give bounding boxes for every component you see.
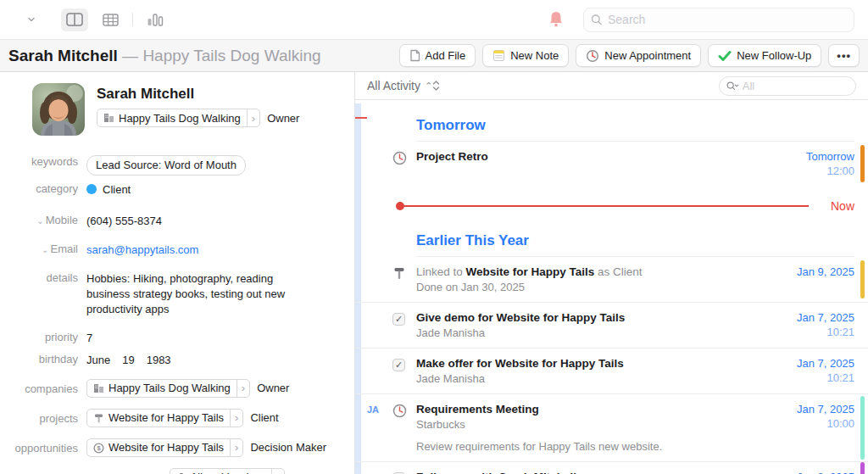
new-note-button[interactable]: New Note [482,44,569,67]
global-search-box[interactable] [583,8,854,32]
activity-date: Jan 7, 2025 [797,310,854,325]
activity-row-give-demo[interactable]: ✓ Give demo for Website for Happy Tails … [355,302,868,348]
activity-row-requirements-meeting[interactable]: JA Requirements Meeting Starbucks Review… [355,393,868,461]
task-checkbox[interactable]: ✓ [392,313,405,326]
project-chip[interactable]: Website for Happy Tails › [86,409,243,427]
chevron-right-icon[interactable]: › [271,469,284,474]
activity-timeline: Tomorrow Project Retro Tomorrow 12:00 [355,100,868,474]
email-value[interactable]: sarah@happytails.com [86,243,198,256]
global-search-input[interactable] [608,13,847,26]
activity-title: Make offer for Website for Happy Tails [416,356,788,371]
category-label: category [0,180,86,195]
activity-search-input[interactable] [743,80,849,92]
priority-label: priority [0,328,86,343]
file-icon [409,49,420,62]
activity-time: 10:21 [797,371,854,385]
chevron-right-icon[interactable]: › [230,439,242,456]
search-icon [591,14,603,26]
details-field: details Hobbies: Hiking, photography, re… [0,269,354,317]
up-down-chevron-icon: ⌃ [425,81,431,92]
record-actions: Add File New Note New Appointment New Fo… [399,44,860,67]
activity-title: Project Retro [416,149,798,164]
chart-view-button[interactable] [142,8,169,31]
section-header-tomorrow: Tomorrow [416,117,854,142]
activity-search-box[interactable] [719,76,856,96]
email-field: ⌄Email sarah@happytails.com [0,240,354,258]
projects-label: projects [0,409,86,425]
opportunities-field: opportunities $ Website for Happy Tails … [0,438,354,457]
activity-header: All Activity ⌃ [355,72,868,100]
activity-row-follow-up[interactable]: ✓ Follow up with Sarah Mitchell Jade Man… [355,461,868,474]
activity-date: Jan 9, 2025 [797,265,854,279]
chevron-right-icon[interactable]: › [230,410,242,427]
activity-filter-dropdown[interactable]: All Activity ⌃ [367,79,440,92]
table-view-button[interactable] [97,8,124,31]
new-follow-up-button[interactable]: New Follow-Up [708,44,821,67]
notification-bell-icon[interactable] [548,10,565,29]
person-chip[interactable]: Allura Vaughan › [170,468,285,474]
people-relation: was referred by [86,469,163,474]
sort-chevrons-icon [432,80,440,92]
project-hammer-icon [93,413,104,424]
company-chip[interactable]: Happy Tails Dog Walking › [97,109,260,127]
now-dot [396,202,404,210]
record-title-bar: Sarah Mitchell — Happy Tails Dog Walking… [0,40,868,72]
linked-project-name[interactable]: Website for Happy Tails [466,265,595,278]
now-marker: Now [396,200,854,212]
chevron-right-icon[interactable]: › [247,109,259,126]
mobile-label: Mobile [46,214,78,226]
contact-name: Sarah Mitchell [97,86,299,103]
activity-panel: All Activity ⌃ Tomorrow [355,72,868,474]
chevron-down-icon[interactable]: ⌄ [42,245,48,254]
project-hammer-icon [392,266,406,283]
companies-chip[interactable]: Happy Tails Dog Walking › [86,379,250,398]
green-check-icon [718,50,732,62]
opportunities-role: Decision Maker [250,440,326,455]
now-label: Now [831,199,854,213]
window-chevron-down-icon[interactable] [25,14,37,25]
new-appointment-button[interactable]: New Appointment [576,44,701,67]
crm-app-window: Sarah Mitchell — Happy Tails Dog Walking… [0,0,868,474]
opportunity-dollar-icon: $ [93,443,104,454]
activity-location: Starbucks [416,417,788,432]
task-checkbox[interactable]: ✓ [392,359,405,371]
more-actions-button[interactable]: ••• [828,44,860,67]
record-name: Sarah Mitchell [8,47,118,64]
split-view-button[interactable] [61,8,88,31]
attendee-initials: JA [367,404,379,415]
companies-field: companies Happy Tails Dog Walking › Owne… [0,379,354,398]
keyword-tag[interactable]: Lead Source: Word of Mouth [86,155,246,176]
activity-title: Requirements Meeting [416,402,788,416]
chart-view-icon [147,14,164,26]
birthday-month: June [86,354,110,366]
activity-row-project-retro[interactable]: Project Retro Tomorrow 12:00 [355,142,868,186]
split-view-icon [66,13,83,26]
timeline-now-tick [355,117,367,119]
calendar-color-bar [860,260,865,298]
add-file-button[interactable]: Add File [399,44,476,67]
contact-fields: keywords Lead Source: Word of Mouth cate… [0,153,354,474]
chevron-down-icon[interactable]: ⌄ [36,216,43,226]
activity-date: Jan 7, 2025 [797,402,854,416]
avatar[interactable] [32,83,85,136]
top-toolbar [0,0,868,40]
calendar-color-bar [860,396,865,460]
opportunity-chip[interactable]: $ Website for Happy Tails › [86,438,243,457]
company-icon [103,113,114,123]
activity-row-make-offer[interactable]: ✓ Make offer for Website for Happy Tails… [355,348,868,393]
priority-value: 7 [86,328,354,346]
companies-role: Owner [257,381,289,396]
activity-date: Jan 7, 2025 [797,356,854,371]
category-field: category Client [0,180,354,198]
chevron-right-icon[interactable]: › [236,380,249,397]
view-switcher [61,8,169,31]
note-icon [492,49,505,62]
mobile-value[interactable]: (604) 555-8374 [86,211,354,229]
email-label: Email [50,243,78,255]
activity-row-linked-project[interactable]: Linked to Website for Happy Tails as Cli… [355,257,868,302]
details-label: details [0,269,86,284]
activity-title: Follow up with Sarah Mitchell [416,470,788,474]
company-role: Owner [267,112,299,125]
record-company: Happy Tails Dog Walking [142,47,320,64]
category-value: Client [103,183,131,196]
